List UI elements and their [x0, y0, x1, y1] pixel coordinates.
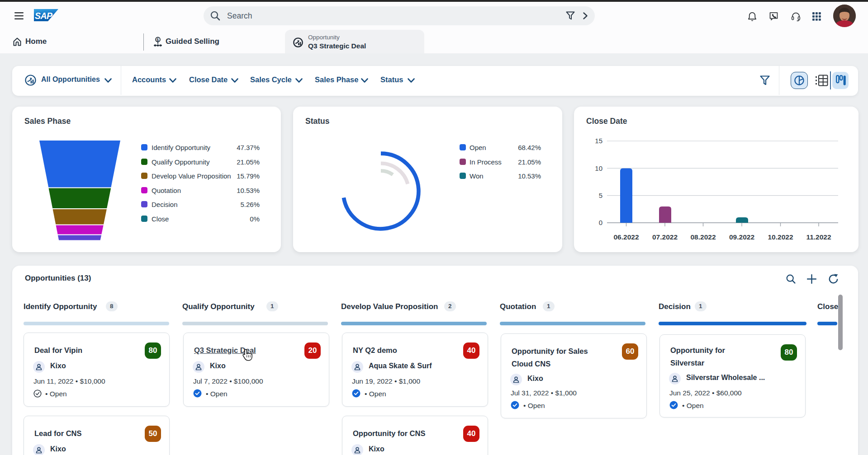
svg-text:SAP: SAP [35, 11, 53, 21]
svg-text:$: $ [157, 38, 159, 42]
